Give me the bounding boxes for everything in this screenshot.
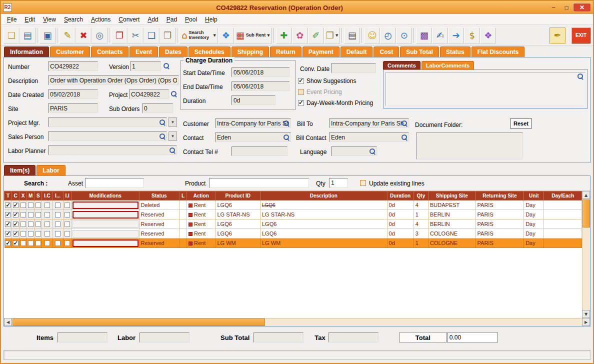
horizontal-scrollbar[interactable]: ◀ ▶: [4, 318, 590, 326]
column-header-m[interactable]: M: [27, 192, 34, 200]
cell-returning-site[interactable]: PARIS: [476, 229, 524, 238]
cell-action[interactable]: Rent: [187, 220, 216, 229]
cell-shipping-site[interactable]: BERLIN: [428, 210, 476, 220]
row-checkbox[interactable]: [36, 231, 41, 236]
column-header-qty[interactable]: Qty: [414, 192, 428, 200]
bill-to-field[interactable]: [329, 118, 409, 128]
update-lines-checkbox[interactable]: [360, 180, 366, 186]
row-checkbox[interactable]: [36, 240, 41, 246]
cell-duration[interactable]: 0d: [387, 238, 414, 248]
currency-button[interactable]: $: [464, 28, 480, 44]
cell-product-id[interactable]: LGQ6: [216, 200, 260, 210]
menu-item-pool[interactable]: Pool: [181, 15, 201, 24]
cell-qty[interactable]: 4: [414, 200, 428, 210]
column-header-status[interactable]: Status: [139, 192, 179, 200]
cell-check[interactable]: [27, 220, 34, 229]
tab-default[interactable]: Default: [340, 46, 373, 57]
cell-check[interactable]: [52, 220, 63, 229]
cell-qty[interactable]: 1: [414, 210, 428, 220]
row-checkbox[interactable]: [13, 240, 18, 246]
cell-check[interactable]: [42, 238, 52, 248]
disk-transfer-button[interactable]: ⊙: [396, 28, 412, 44]
start-date-field[interactable]: [232, 68, 290, 77]
cell-check[interactable]: [52, 238, 63, 248]
row-checkbox[interactable]: [64, 202, 70, 208]
cell-l[interactable]: [180, 200, 187, 210]
scroll-right-button[interactable]: ▶: [582, 318, 590, 326]
reset-button[interactable]: Reset: [510, 118, 532, 128]
row-checkbox[interactable]: [55, 231, 60, 236]
row-checkbox[interactable]: [20, 202, 26, 208]
cell-check[interactable]: [42, 229, 52, 238]
customer-search-icon[interactable]: [283, 120, 290, 126]
cell-check[interactable]: [34, 220, 42, 229]
labor-planner-field[interactable]: [48, 146, 177, 155]
sales-person-search-icon[interactable]: [159, 133, 166, 140]
customer-field[interactable]: [215, 118, 291, 128]
checkbox-show-suggestions[interactable]: [298, 78, 304, 84]
project-mgr-dropdown-button[interactable]: ▼: [168, 118, 177, 127]
tab-customer[interactable]: Customer: [50, 46, 90, 57]
cell-status[interactable]: Reserved: [139, 210, 179, 220]
row-checkbox[interactable]: [28, 240, 34, 246]
menu-item-view[interactable]: View: [39, 15, 60, 24]
modifications-box[interactable]: [72, 211, 138, 218]
cell-check[interactable]: [63, 210, 72, 220]
end-date-field[interactable]: [232, 82, 290, 91]
row-checkbox[interactable]: [64, 212, 70, 218]
cell-l[interactable]: [180, 210, 187, 220]
tab-sub-total[interactable]: Sub Total: [400, 46, 439, 57]
row-checkbox[interactable]: [36, 222, 41, 227]
cell-modifications[interactable]: [72, 238, 139, 248]
contact-tel-field[interactable]: [232, 146, 288, 156]
cell-check[interactable]: [27, 238, 34, 248]
cell-shipping-site[interactable]: BUDAPEST: [428, 200, 476, 210]
column-header-s[interactable]: S: [34, 192, 42, 200]
row-checkbox[interactable]: [44, 231, 50, 236]
cell-l[interactable]: [180, 238, 187, 248]
cell-description[interactable]: LG STAR-NS: [260, 210, 387, 220]
description-field[interactable]: [48, 76, 179, 85]
labor-planner-combo[interactable]: [48, 146, 177, 155]
cell-description[interactable]: LGQ6: [260, 220, 387, 229]
link-button[interactable]: ➔: [448, 28, 464, 44]
menu-item-actions[interactable]: Actions: [87, 15, 114, 24]
cell-description[interactable]: LGQ6: [260, 200, 387, 210]
bill-to-combo[interactable]: [329, 118, 409, 128]
tab-comments[interactable]: Comments: [383, 61, 420, 70]
print-button[interactable]: ▤: [20, 28, 36, 44]
sales-person-combo[interactable]: [48, 132, 167, 141]
tab-status[interactable]: Status: [440, 46, 470, 57]
cell-status[interactable]: Reserved: [139, 229, 179, 238]
date-created-field[interactable]: [48, 90, 98, 99]
tab-schedules[interactable]: Schedules: [188, 46, 230, 57]
asset-search-input[interactable]: [85, 178, 144, 188]
cell-check[interactable]: [20, 200, 27, 210]
paste-button[interactable]: ❒: [160, 28, 176, 44]
row-checkbox[interactable]: [55, 240, 60, 246]
cell-returning-site[interactable]: PARIS: [476, 200, 524, 210]
cell-duration[interactable]: 0d: [387, 220, 414, 229]
item-row[interactable]: ReservedRentLG STAR-NSLG STAR-NS0d1BERLI…: [4, 210, 582, 220]
clock-button[interactable]: ◴: [380, 28, 396, 44]
row-checkbox[interactable]: [36, 202, 41, 208]
cell-check[interactable]: [27, 210, 34, 220]
product-search-input[interactable]: [209, 178, 309, 188]
report-print-button[interactable]: ▤: [344, 28, 360, 44]
cell-returning-site[interactable]: PARIS: [476, 220, 524, 229]
cell-check[interactable]: [34, 229, 42, 238]
version-search-icon[interactable]: [163, 62, 170, 69]
modifications-box[interactable]: [72, 230, 138, 238]
column-header-i-i[interactable]: I.I: [63, 192, 72, 200]
sub-orders-field[interactable]: [142, 104, 173, 113]
language-search-icon[interactable]: [369, 148, 376, 154]
row-checkbox[interactable]: [55, 222, 60, 227]
cell-status[interactable]: Reserved: [139, 220, 179, 229]
language-combo[interactable]: [331, 146, 377, 156]
scroll-down-button[interactable]: ▼: [582, 310, 590, 318]
cell-status[interactable]: Reserved: [139, 238, 179, 248]
row-checkbox[interactable]: [13, 222, 18, 227]
cell-check[interactable]: [4, 220, 12, 229]
tab-information[interactable]: Information: [4, 46, 49, 57]
tab-item-s[interactable]: Item(s): [4, 165, 36, 176]
